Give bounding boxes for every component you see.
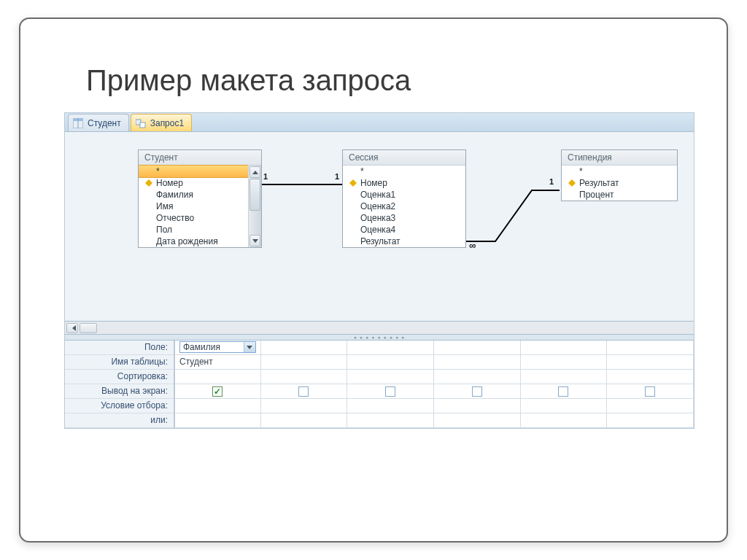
- grid-cell-show[interactable]: [347, 384, 434, 399]
- scroll-thumb[interactable]: [249, 179, 260, 211]
- grid-cell-show[interactable]: [607, 384, 694, 399]
- field-item[interactable]: Отчество: [139, 212, 248, 224]
- grid-cell-criteria[interactable]: [434, 399, 521, 413]
- grid-cell-table[interactable]: [607, 355, 694, 370]
- tab-query1[interactable]: Запрос1: [131, 114, 192, 131]
- grid-row-label-table: Имя таблицы:: [65, 355, 174, 370]
- grid-cell-table[interactable]: Студент: [174, 355, 261, 370]
- relation-right-cardinality: 1: [335, 172, 339, 181]
- table-student[interactable]: Студент * Номер Фамилия Имя Отчество Пол…: [138, 149, 262, 248]
- field-item[interactable]: Фамилия: [139, 189, 248, 201]
- field-item[interactable]: Оценка3: [343, 212, 465, 224]
- tab-label: Запрос1: [150, 118, 184, 128]
- show-checkbox[interactable]: [212, 386, 222, 397]
- field-item[interactable]: *: [139, 165, 248, 178]
- table-title: Стипендия: [562, 150, 677, 166]
- grid-cell-field[interactable]: [261, 341, 348, 355]
- grid-cell-field[interactable]: [521, 341, 608, 355]
- field-item[interactable]: Результат: [562, 177, 677, 189]
- field-list[interactable]: * Результат Процент: [562, 166, 677, 201]
- show-checkbox[interactable]: [558, 386, 568, 397]
- grid-cell-show[interactable]: [434, 384, 521, 399]
- grid-cell-field[interactable]: Фамилия: [174, 341, 261, 355]
- field-list[interactable]: * Номер Оценка1 Оценка2 Оценка3 Оценка4 …: [343, 166, 465, 247]
- relation-left-cardinality: 1: [263, 172, 268, 181]
- dropdown-button[interactable]: [244, 342, 255, 352]
- field-item[interactable]: *: [343, 166, 465, 177]
- grid-row-label-sort: Сортировка:: [65, 370, 174, 384]
- show-checkbox[interactable]: [298, 386, 309, 397]
- grid-cell-or[interactable]: [607, 413, 694, 428]
- grid-cell-or[interactable]: [261, 413, 348, 428]
- show-checkbox[interactable]: [472, 386, 482, 397]
- show-checkbox[interactable]: [645, 386, 655, 397]
- grid-cell-criteria[interactable]: [347, 399, 434, 413]
- tab-label: Студент: [88, 118, 121, 128]
- field-item[interactable]: Оценка4: [343, 224, 465, 236]
- field-list[interactable]: * Номер Фамилия Имя Отчество Пол Дата ро…: [139, 166, 248, 247]
- relationship-pane[interactable]: 1 1 ∞ 1 Студент * Номер Фамилия Имя Отче…: [65, 132, 694, 322]
- grid-cell-sort[interactable]: [521, 370, 608, 384]
- grid-cell-table[interactable]: [261, 355, 348, 370]
- field-item[interactable]: Имя: [139, 201, 248, 212]
- grid-cell-or[interactable]: [434, 413, 521, 428]
- field-item[interactable]: *: [562, 166, 677, 177]
- svg-rect-4: [140, 122, 145, 128]
- grid-row-label-criteria: Условие отбора:: [65, 399, 174, 413]
- grid-cell-field[interactable]: [347, 341, 434, 355]
- grid-cell-show[interactable]: [174, 384, 261, 399]
- grid-cell-sort[interactable]: [434, 370, 521, 384]
- field-item[interactable]: Оценка2: [343, 201, 465, 212]
- chevron-left-icon: [69, 325, 76, 331]
- grid-cell-show[interactable]: [521, 384, 608, 399]
- scroll-down-button[interactable]: [249, 235, 260, 246]
- grid-cell-criteria[interactable]: [261, 399, 348, 413]
- grid-cell-table[interactable]: [347, 355, 434, 370]
- grid-cell-sort[interactable]: [261, 370, 348, 384]
- show-checkbox[interactable]: [385, 386, 395, 397]
- grid-cell-sort[interactable]: [607, 370, 694, 384]
- chevron-down-icon: [252, 239, 258, 243]
- grid-cell-criteria[interactable]: [174, 399, 261, 413]
- grid-cell-table[interactable]: [434, 355, 521, 370]
- scroll-thumb[interactable]: [80, 323, 97, 333]
- field-item[interactable]: Оценка1: [343, 189, 465, 201]
- field-dropdown[interactable]: Фамилия: [179, 341, 256, 353]
- scroll-up-button[interactable]: [249, 166, 260, 178]
- field-item[interactable]: Номер: [343, 177, 465, 189]
- datasheet-icon: [73, 118, 83, 128]
- grid-cell-criteria[interactable]: [607, 399, 694, 413]
- grid-cell-criteria[interactable]: [521, 399, 608, 413]
- document-tabs: Студент Запрос1: [65, 113, 694, 132]
- grid-cell-or[interactable]: [521, 413, 608, 428]
- table-session[interactable]: Сессия * Номер Оценка1 Оценка2 Оценка3 О…: [342, 149, 466, 248]
- slide-title: Пример макета запроса: [86, 64, 411, 97]
- grid-cell-or[interactable]: [174, 413, 261, 428]
- grid-cell-field[interactable]: [434, 341, 521, 355]
- grid-row-label-show: Вывод на экран:: [65, 384, 174, 399]
- pane-splitter[interactable]: ● ● ● ● ● ● ● ● ●: [65, 335, 694, 341]
- horizontal-scrollbar[interactable]: [65, 322, 694, 335]
- grid-row-label-field: Поле:: [65, 341, 174, 355]
- scroll-left-button[interactable]: [66, 323, 78, 333]
- grid-cell-sort[interactable]: [174, 370, 261, 384]
- grid-cell-field[interactable]: [607, 341, 694, 355]
- grid-cell-table[interactable]: [521, 355, 608, 370]
- field-item[interactable]: Пол: [139, 224, 248, 236]
- query-icon: [136, 118, 146, 128]
- vertical-scrollbar[interactable]: [248, 166, 261, 247]
- relation-right-cardinality: 1: [549, 177, 554, 186]
- grid-cell-show[interactable]: [261, 384, 348, 399]
- grid-cell-sort[interactable]: [347, 370, 434, 384]
- table-title: Сессия: [343, 150, 465, 166]
- table-stipend[interactable]: Стипендия * Результат Процент: [561, 149, 678, 201]
- field-item[interactable]: Результат: [343, 236, 465, 247]
- field-item[interactable]: Дата рождения: [139, 236, 248, 247]
- dropdown-value: Фамилия: [183, 342, 220, 352]
- field-item[interactable]: Номер: [139, 177, 248, 189]
- qbe-grid: Поле: Фамилия Имя таблицы: Студент: [65, 341, 694, 428]
- tab-student[interactable]: Студент: [68, 114, 129, 131]
- field-item[interactable]: Процент: [562, 189, 677, 201]
- grid-cell-or[interactable]: [347, 413, 434, 428]
- grip-icon: ● ● ● ● ● ● ● ● ●: [354, 335, 406, 340]
